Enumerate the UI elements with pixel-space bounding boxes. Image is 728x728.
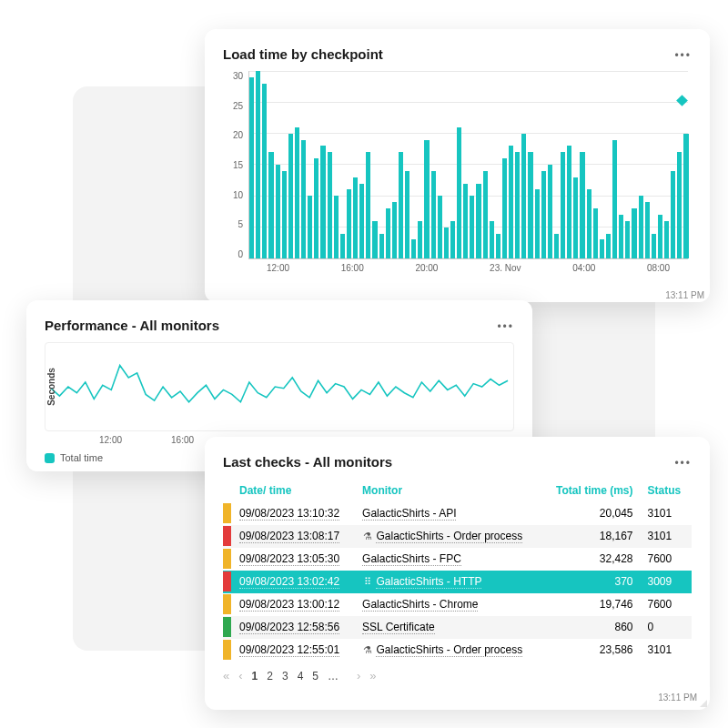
- more-icon[interactable]: [674, 453, 692, 470]
- table-row[interactable]: 09/08/2023 13:05:30GalacticShirts - FPC3…: [223, 548, 692, 571]
- bar[interactable]: [612, 140, 617, 258]
- bar[interactable]: [320, 146, 325, 258]
- col-monitor[interactable]: Monitor: [355, 479, 542, 502]
- bar[interactable]: [418, 221, 422, 258]
- more-icon[interactable]: [674, 46, 692, 62]
- bar[interactable]: [392, 202, 397, 258]
- bar[interactable]: [353, 177, 358, 258]
- bar[interactable]: [334, 196, 339, 258]
- pager-next-icon[interactable]: ›: [357, 669, 360, 682]
- bar[interactable]: [282, 171, 287, 258]
- bar[interactable]: [457, 127, 461, 258]
- bar[interactable]: [587, 189, 592, 258]
- bar[interactable]: [444, 228, 449, 258]
- bar[interactable]: [405, 171, 410, 258]
- table-row[interactable]: 09/08/2023 13:00:12GalacticShirts - Chro…: [223, 593, 692, 616]
- col-status[interactable]: Status: [641, 479, 692, 502]
- bar[interactable]: [411, 239, 416, 258]
- bar[interactable]: [573, 177, 578, 258]
- timestamp: 13:11 PM: [665, 290, 704, 300]
- bar[interactable]: [541, 171, 546, 258]
- bar[interactable]: [567, 146, 571, 258]
- bar[interactable]: [438, 196, 442, 258]
- bar[interactable]: [521, 134, 526, 258]
- bar[interactable]: [580, 152, 584, 258]
- bar[interactable]: [256, 71, 260, 258]
- bar[interactable]: [431, 171, 436, 258]
- bar[interactable]: [554, 234, 559, 258]
- bar[interactable]: [262, 84, 267, 258]
- bar[interactable]: [347, 189, 351, 258]
- table-row[interactable]: 09/08/2023 12:58:56SSL Certificate8600: [223, 616, 692, 639]
- legend-swatch-icon: [45, 453, 55, 463]
- bar[interactable]: [509, 146, 513, 258]
- bar[interactable]: [314, 158, 318, 258]
- bar[interactable]: [476, 184, 480, 258]
- pager-page[interactable]: 2: [267, 670, 273, 682]
- pager-prev-icon[interactable]: ‹: [238, 669, 242, 682]
- pager-last-icon[interactable]: »: [369, 669, 376, 682]
- bar[interactable]: [295, 127, 299, 258]
- table-row[interactable]: 09/08/2023 12:55:01⚗ GalacticShirts - Or…: [223, 639, 692, 662]
- bar[interactable]: [683, 134, 688, 258]
- pager-page[interactable]: 5: [312, 670, 318, 682]
- bar[interactable]: [379, 234, 384, 258]
- bar[interactable]: [496, 234, 500, 258]
- bar[interactable]: [288, 134, 293, 258]
- table-row[interactable]: 09/08/2023 13:08:17⚗ GalacticShirts - Or…: [223, 525, 692, 548]
- bar[interactable]: [328, 152, 332, 258]
- bar[interactable]: [276, 165, 280, 258]
- table-row[interactable]: 09/08/2023 13:10:32GalacticShirts - API2…: [223, 502, 692, 525]
- pager-first-icon[interactable]: «: [223, 669, 229, 682]
- bar[interactable]: [671, 171, 675, 258]
- bar[interactable]: [664, 221, 669, 258]
- status-indicator: [223, 571, 231, 592]
- bar[interactable]: [308, 196, 312, 258]
- pager-page[interactable]: …: [328, 670, 339, 682]
- bar[interactable]: [399, 152, 403, 258]
- bar[interactable]: [632, 208, 636, 258]
- bar[interactable]: [249, 77, 254, 258]
- bar[interactable]: [386, 208, 390, 258]
- bar[interactable]: [268, 152, 273, 258]
- performance-chart: Seconds: [45, 342, 514, 431]
- bar[interactable]: [535, 189, 540, 258]
- table-row[interactable]: 09/08/2023 13:02:42⠿ GalacticShirts - HT…: [223, 571, 692, 593]
- bar[interactable]: [515, 152, 520, 258]
- bar[interactable]: [561, 152, 565, 258]
- bar[interactable]: [463, 184, 468, 258]
- bar[interactable]: [658, 215, 662, 258]
- pager-page[interactable]: 1: [252, 670, 258, 682]
- pager-page[interactable]: 4: [298, 670, 304, 682]
- flask-icon: ⚗: [362, 531, 373, 542]
- col-datetime[interactable]: Date/ time: [232, 479, 355, 502]
- bar[interactable]: [677, 152, 682, 258]
- bar[interactable]: [424, 140, 429, 258]
- bar[interactable]: [359, 184, 364, 258]
- bar[interactable]: [490, 221, 494, 258]
- bar[interactable]: [450, 221, 455, 258]
- bar[interactable]: [470, 196, 474, 258]
- bar[interactable]: [301, 140, 306, 258]
- status-indicator: [223, 503, 231, 523]
- more-icon[interactable]: [497, 317, 514, 333]
- bar[interactable]: [366, 152, 370, 258]
- bar[interactable]: [652, 234, 656, 258]
- bar[interactable]: [483, 171, 488, 258]
- bar[interactable]: [606, 234, 611, 258]
- bar[interactable]: [340, 234, 345, 258]
- bar[interactable]: [502, 158, 507, 258]
- bar[interactable]: [372, 221, 377, 258]
- timestamp: 13:11 PM: [658, 693, 697, 703]
- bar[interactable]: [639, 196, 643, 258]
- bar[interactable]: [593, 208, 598, 258]
- bar[interactable]: [625, 221, 630, 258]
- bar[interactable]: [619, 215, 623, 258]
- bar[interactable]: [548, 165, 552, 258]
- resize-handle-icon[interactable]: [699, 699, 708, 708]
- bar[interactable]: [645, 202, 650, 258]
- col-total[interactable]: Total time (ms): [542, 479, 641, 502]
- bar[interactable]: [600, 239, 604, 258]
- bar[interactable]: [528, 152, 532, 258]
- pager-page[interactable]: 3: [282, 670, 288, 682]
